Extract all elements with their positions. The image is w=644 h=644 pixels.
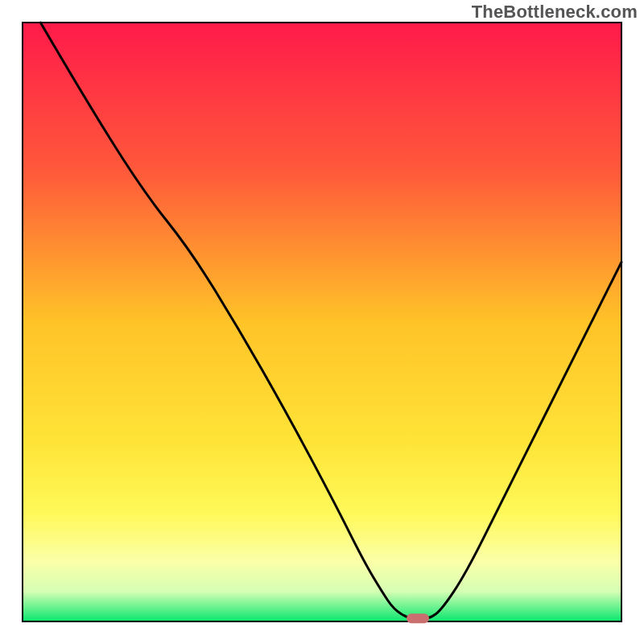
- bottleneck-chart: [0, 0, 644, 644]
- watermark-text: TheBottleneck.com: [472, 2, 638, 23]
- chart-container: TheBottleneck.com: [0, 0, 644, 644]
- plot-background: [23, 23, 621, 621]
- optimal-marker: [407, 613, 429, 623]
